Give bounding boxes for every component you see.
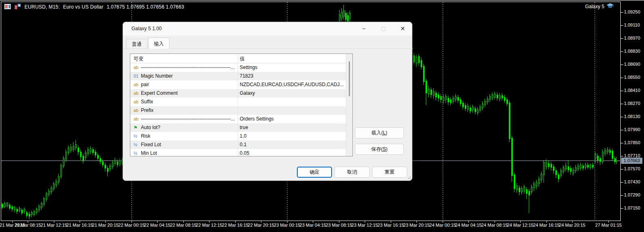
param-name: ½Min Lot: [130, 149, 238, 156]
price-tick: [621, 117, 623, 117]
ab-type-icon: ab: [134, 115, 141, 123]
price-axis-label: 1.07570: [624, 166, 644, 171]
param-value[interactable]: [240, 98, 345, 106]
price-axis-label: 1.08550: [624, 75, 644, 80]
price-axis-label: 1.08270: [624, 101, 644, 106]
ab-type-icon: ab: [134, 98, 141, 106]
param-name: ⚑Auto lot?: [130, 123, 238, 132]
time-axis-label: 27 Mar 01:15: [590, 223, 627, 228]
ea-name: Galaxy 5: [585, 4, 604, 9]
param-value[interactable]: Settings: [240, 63, 345, 72]
market-watch-icon: [4, 4, 11, 11]
price-tick: [621, 51, 623, 52]
table-row[interactable]: abExpert CommentGalaxy: [130, 89, 352, 98]
chart-titlebar: EURUSD, M15: Euro vs US Dollar 1.07675 1…: [4, 3, 184, 11]
ab-type-icon: ab: [134, 106, 141, 115]
param-value[interactable]: Galaxy: [240, 89, 345, 98]
table-rows: ab--------------------------------------…: [130, 63, 352, 156]
parameters-table[interactable]: 可变 值 ab---------------------------------…: [130, 54, 353, 156]
param-name: abExpert Comment: [130, 89, 238, 98]
half-type-icon: ½: [134, 132, 141, 141]
price-axis-label: 1.08830: [624, 49, 644, 54]
flag-type-icon: ⚑: [134, 123, 141, 132]
param-value[interactable]: 0.05: [240, 149, 345, 156]
table-header-row: 可变 值: [130, 54, 352, 63]
header-value: 值: [240, 56, 245, 62]
param-name: ½Fixed Lot: [130, 141, 238, 149]
save-button[interactable]: 保存(S): [355, 144, 404, 155]
param-name: abPrefix: [130, 106, 238, 115]
price-axis-label: 1.08410: [624, 88, 644, 93]
param-value[interactable]: 0.1: [240, 141, 345, 149]
chart-window-icon: [14, 4, 21, 11]
header-variable: 可变: [134, 56, 143, 62]
minimize-button[interactable]: –: [357, 24, 370, 33]
chart-symbol-period: EURUSD, M15:: [25, 4, 60, 10]
close-button[interactable]: ✕: [396, 24, 409, 33]
price-axis-label: 1.07850: [624, 140, 644, 145]
dialog-tabs: 普通输入: [126, 38, 170, 49]
table-row[interactable]: ab--------------------------------------…: [130, 115, 352, 123]
num-type-icon: 01: [134, 72, 141, 80]
load-button[interactable]: 载入(L): [355, 127, 404, 138]
reset-button[interactable]: 重置: [372, 167, 407, 178]
mt-terminal-window: EURUSD, M15: Euro vs US Dollar 1.07675 1…: [0, 0, 644, 232]
column-divider: [238, 54, 238, 156]
scrollbar-thumb[interactable]: [349, 61, 350, 96]
tab-inputs[interactable]: 输入: [148, 38, 169, 49]
dialog-title: Galaxy 5 1.00: [131, 26, 162, 31]
price-axis-label: 1.07990: [624, 127, 644, 132]
price-tick: [621, 12, 623, 13]
table-row[interactable]: 01Magic Number71823: [130, 72, 352, 80]
half-type-icon: ½: [134, 149, 141, 156]
chart-symbol-description: Euro vs US Dollar: [63, 4, 103, 10]
ok-button[interactable]: 确定: [297, 167, 332, 178]
price-tick: [621, 130, 623, 130]
price-axis-label: 1.07150: [624, 205, 644, 210]
resize-grip[interactable]: [407, 176, 410, 179]
param-value[interactable]: 71823: [240, 72, 345, 80]
param-name: abpair: [130, 80, 238, 89]
price-tick: [621, 78, 623, 78]
param-name: abSuffix: [130, 98, 238, 106]
price-axis-label: 1.08970: [624, 36, 644, 40]
price-tick: [621, 195, 623, 196]
param-value[interactable]: Orders Settings: [240, 115, 345, 123]
price-tick: [621, 65, 623, 65]
table-scrollbar[interactable]: [346, 54, 352, 156]
price-tick: [621, 25, 623, 26]
cancel-button[interactable]: 取消: [334, 167, 370, 178]
table-row[interactable]: ⚑Auto lot?true: [130, 123, 352, 132]
param-name: ½Risk: [130, 132, 238, 141]
table-row[interactable]: ½Min Lot0.05: [130, 149, 352, 156]
price-tick: [621, 156, 623, 156]
table-row[interactable]: ½Fixed Lot0.1: [130, 141, 352, 149]
chart-ohlc-quotes: 1.07675 1.07695 1.07656 1.07663: [107, 4, 184, 10]
table-row[interactable]: abSuffix: [130, 98, 352, 106]
price-tick: [621, 182, 623, 183]
ab-type-icon: ab: [134, 80, 141, 89]
price-axis-label: 1.07290: [624, 192, 644, 197]
price-tick: [621, 208, 623, 209]
time-axis-label: 24 Mar 20:15: [554, 223, 591, 228]
table-row[interactable]: abpairNZDCAD,EURCAD,USDCHF,AUDUSD,CADJ..…: [130, 80, 352, 89]
param-value[interactable]: true: [240, 123, 345, 132]
ea-settings-dialog[interactable]: Galaxy 5 1.00 – ▢ ✕ 普通输入 可变 值 ab--------…: [123, 22, 412, 181]
table-row[interactable]: ab--------------------------------------…: [130, 63, 352, 72]
param-value[interactable]: NZDCAD,EURCAD,USDCHF,AUDUSD,CADJ...: [240, 80, 345, 89]
expert-advisor-label: Galaxy 5: [585, 3, 614, 10]
table-row[interactable]: abPrefix: [130, 106, 352, 115]
dialog-titlebar[interactable]: Galaxy 5 1.00 – ▢ ✕: [123, 22, 412, 36]
table-row[interactable]: ½Risk1.0: [130, 132, 352, 141]
param-value[interactable]: [240, 106, 345, 115]
current-price-tag: 1.07663: [621, 158, 642, 164]
price-axis-label: 1.07430: [624, 179, 644, 184]
param-value[interactable]: 1.0: [240, 132, 345, 141]
tab-common[interactable]: 普通: [126, 39, 147, 49]
ea-hat-icon: [606, 3, 614, 10]
price-tick: [621, 91, 623, 91]
price-axis-label: 1.08690: [624, 62, 644, 67]
param-name: ab--------------------------------------…: [130, 63, 238, 72]
price-tick: [621, 104, 623, 104]
price-tick: [621, 169, 623, 170]
